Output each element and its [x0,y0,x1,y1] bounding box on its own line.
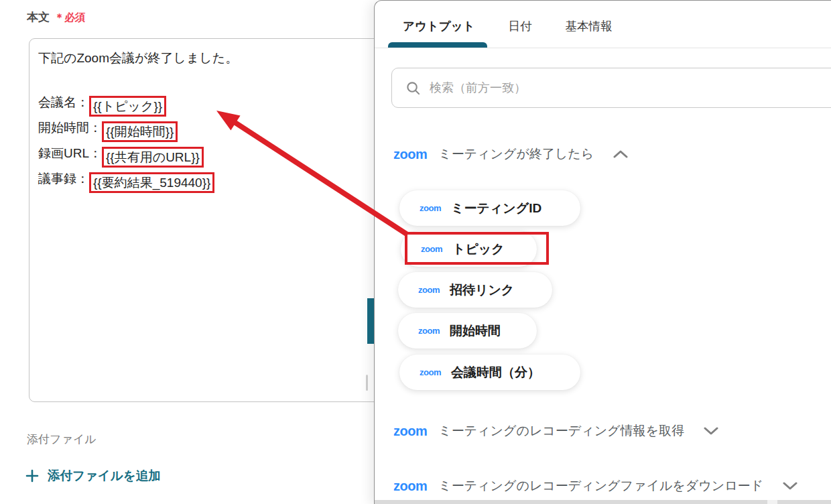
plus-icon [25,469,39,483]
toolbar-divider [366,375,368,391]
variable-token-start-time: {{開始時間}} [102,121,178,142]
body-line-label: 会議名： [38,95,89,109]
body-line: 議事録：{{要約結果_519440}} [38,168,383,193]
body-line: 録画URL：{{共有用のURL}} [38,142,383,168]
tab-basic-info[interactable]: 基本情報 [565,18,612,34]
group-meeting-ended[interactable]: zoom ミーティングが終了したら [393,145,628,163]
zoom-logo-icon: zoom [393,424,427,439]
tab-date[interactable]: 日付 [508,18,531,34]
required-badge: ＊必須 [54,11,86,23]
scrollbar-gap [767,500,777,504]
output-pill-label: 招待リンク [450,281,514,299]
body-textarea[interactable]: 下記のZoom会議が終了しました。 会議名：{{トピック}} 開始時間：{{開始… [29,38,384,402]
tabs-divider [375,48,831,48]
body-content: 下記のZoom会議が終了しました。 会議名：{{トピック}} 開始時間：{{開始… [29,39,383,193]
zoom-logo-icon: zoom [393,479,427,494]
body-field-label-text: 本文 [27,11,50,23]
group-title: ミーティングのレコーディングファイルをダウンロード [438,477,763,495]
zoom-logo-icon: zoom [420,203,441,213]
body-field-label: 本文＊必須 [27,9,86,25]
output-search-box[interactable] [391,68,831,108]
body-line: 開始時間：{{開始時間}} [38,117,383,142]
body-line-blank [38,69,383,91]
output-pill-topic[interactable]: zoom トピック [401,231,537,267]
search-icon [405,80,421,96]
group-get-recording-info[interactable]: zoom ミーティングのレコーディング情報を取得 [393,422,718,440]
body-line-label: 議事録： [38,172,89,186]
body-line-intro: 下記のZoom会議が終了しました。 [38,47,383,69]
zoom-logo-icon: zoom [418,326,440,336]
body-line-label: 録画URL： [38,146,102,160]
zoom-logo-icon: zoom [421,244,442,254]
output-pill-label: トピック [452,241,505,258]
variable-token-topic: {{トピック}} [89,96,166,117]
output-pill-label: 開始時間 [450,322,501,340]
variable-token-summary: {{要約結果_519440}} [89,172,214,193]
output-pill-label: 会議時間（分） [451,364,540,381]
tab-output[interactable]: アウトプット [403,18,474,34]
zoom-logo-icon: zoom [418,285,440,295]
screen: 本文＊必須 下記のZoom会議が終了しました。 会議名：{{トピック}} 開始時… [0,0,831,504]
variable-token-share-url: {{共有用のURL}} [102,147,204,168]
chevron-up-icon [613,149,628,159]
hidden-save-button-edge [367,298,374,344]
zoom-logo-icon: zoom [420,367,441,377]
horizontal-scrollbar[interactable] [375,500,831,504]
attachments-label: 添付ファイル [27,432,97,447]
body-line: 会議名：{{トピック}} [38,91,383,117]
chevron-down-icon [704,426,718,436]
group-title: ミーティングが終了したら [438,145,594,163]
search-input[interactable] [430,81,805,95]
group-title: ミーティングのレコーディング情報を取得 [438,422,684,440]
group-download-recording-files[interactable]: zoom ミーティングのレコーディングファイルをダウンロード [393,477,797,495]
add-attachment-button[interactable]: 添付ファイルを追加 [25,467,161,484]
panel-tabs: アウトプット 日付 基本情報 [403,18,612,34]
output-pill-start-time[interactable]: zoom 開始時間 [398,313,537,349]
output-pill-label: ミーティングID [451,200,541,217]
output-panel: アウトプット 日付 基本情報 zoom ミーティングが終了したら zoom ミー… [374,0,831,504]
chevron-down-icon [783,481,797,491]
output-pill-duration[interactable]: zoom 会議時間（分） [399,355,580,390]
output-pill-meeting-id[interactable]: zoom ミーティングID [399,190,580,226]
body-line-label: 開始時間： [38,121,102,135]
add-attachment-label: 添付ファイルを追加 [48,467,161,484]
zoom-logo-icon: zoom [393,147,427,162]
output-pill-invite-link[interactable]: zoom 招待リンク [398,272,552,308]
